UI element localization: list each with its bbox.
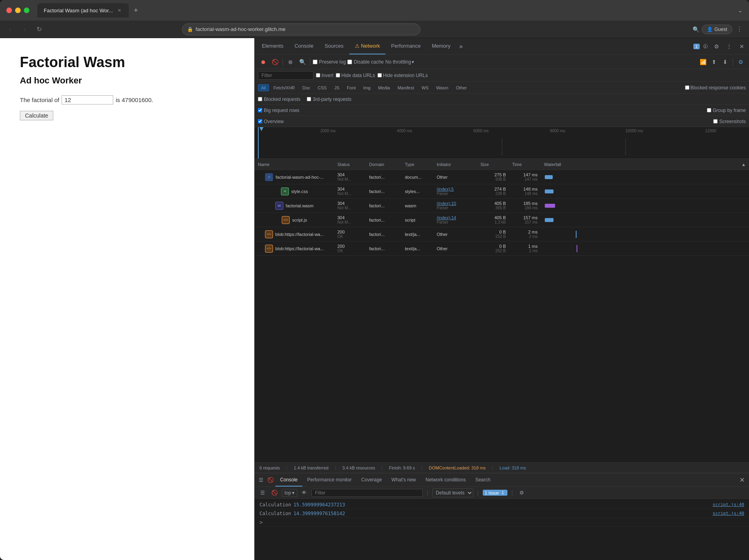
wifi-icon[interactable]: 📶 [698, 57, 708, 67]
tab-elements[interactable]: Elements [256, 38, 289, 54]
filter-input[interactable] [258, 71, 314, 80]
console-eye-icon[interactable]: 👁 [300, 488, 309, 498]
context-selector[interactable]: top ▾ [282, 489, 297, 497]
filter-ws[interactable]: WS [418, 84, 432, 91]
page-description: The factorial of is 479001600. [20, 95, 234, 104]
calculate-button[interactable]: Calculate [20, 111, 53, 120]
table-row[interactable]: </> blob:https://factorial-wa... 200 OK … [255, 241, 749, 256]
maximize-button[interactable] [24, 8, 29, 13]
zoom-icon[interactable]: 🔍 [693, 26, 699, 33]
column-initiator[interactable]: Initiator [434, 162, 477, 167]
tab-sources[interactable]: Sources [319, 38, 349, 54]
big-request-rows-option[interactable]: Big request rows [258, 108, 299, 113]
record-button[interactable]: ⏺ [258, 57, 268, 67]
column-size[interactable]: Size [477, 162, 509, 167]
download-icon[interactable]: ⬇ [720, 57, 730, 67]
filter-font[interactable]: Font [344, 84, 359, 91]
status-finish: Finish: 9.69 s [389, 465, 415, 470]
disable-cache-checkbox[interactable]: Disable cache [347, 59, 383, 65]
row-icon-script: </> [282, 216, 290, 224]
table-row[interactable]: </> blob:https://factorial-wa... 200 OK … [255, 227, 749, 241]
devtools-settings-button[interactable]: ⚙ [711, 41, 722, 52]
table-row[interactable]: ✦ style.css 304 Not M... factori... styl… [255, 184, 749, 199]
filter-fetch-xhr[interactable]: Fetch/XHR [270, 84, 298, 91]
search-button[interactable]: 🔍 [297, 57, 308, 67]
address-bar[interactable]: 🔒 factorial-wasm-ad-hoc-worker.glitch.me [182, 23, 420, 35]
browser-menu-button[interactable]: ⋮ [735, 24, 744, 35]
filter-media[interactable]: Media [375, 84, 393, 91]
minimize-button[interactable] [15, 8, 21, 13]
console-tab-whats-new[interactable]: What's new [387, 473, 421, 487]
tab-memory[interactable]: Memory [426, 38, 456, 54]
console-settings-button[interactable]: ⚙ [517, 488, 526, 498]
forward-button[interactable]: › [19, 24, 30, 35]
console-link-0[interactable]: script.js:40 [713, 502, 744, 507]
tab-console[interactable]: Console [289, 38, 319, 54]
tab-performance[interactable]: Performance [385, 38, 426, 54]
table-row[interactable]: W factorial.wasm 304 Not M... factori...… [255, 199, 749, 213]
settings-icon-blue[interactable]: ⚙ [735, 57, 746, 67]
devtools-options-button[interactable]: ⋮ [724, 41, 735, 52]
console-tab-performance[interactable]: Performance monitor [302, 473, 356, 487]
column-domain[interactable]: Domain [366, 162, 402, 167]
row-size-2: 405 B 365 B [477, 199, 509, 212]
column-type[interactable]: Type [402, 162, 434, 167]
tab-close-button[interactable]: ✕ [116, 7, 122, 14]
console-clear-button[interactable]: 🚫 [270, 488, 279, 498]
factorial-input[interactable] [62, 95, 113, 104]
console-level-select[interactable]: Default levels [432, 489, 473, 497]
console-filter-input[interactable] [312, 489, 423, 497]
blocked-response-checkbox[interactable]: Blocked response cookies [685, 85, 746, 91]
console-tab-search[interactable]: Search [470, 473, 495, 487]
overview-checkbox[interactable]: Overview [258, 119, 284, 124]
tab-list-chevron[interactable]: ⌄ [738, 7, 743, 14]
nav-right: 🔍 👤 Guest ⋮ [693, 24, 744, 35]
guest-button[interactable]: 👤 Guest [702, 25, 732, 34]
devtools-close-button[interactable]: ✕ [736, 41, 747, 52]
active-tab[interactable]: Factorial Wasm (ad hoc Wor... ✕ [37, 3, 129, 17]
column-time[interactable]: Time [509, 162, 541, 167]
filter-icon[interactable]: ⊗ [285, 57, 296, 67]
console-close-button[interactable]: ✕ [736, 475, 747, 486]
filter-other[interactable]: Other [453, 84, 470, 91]
group-by-frame-option[interactable]: Group by frame [707, 108, 746, 113]
back-button[interactable]: ‹ [5, 24, 16, 35]
third-party-option[interactable]: 3rd-party requests [307, 97, 351, 102]
upload-icon[interactable]: ⬆ [709, 57, 719, 67]
close-button[interactable] [6, 8, 12, 13]
filter-manifest[interactable]: Manifest [394, 84, 417, 91]
new-tab-button[interactable]: + [130, 5, 141, 16]
tab-network[interactable]: ⚠ Network [349, 38, 386, 54]
throttle-select[interactable]: No throttling ▾ [385, 59, 414, 65]
console-tab-network-conditions[interactable]: Network conditions [421, 473, 470, 487]
console-link-1[interactable]: script.js:40 [713, 511, 744, 516]
devtools-more-button[interactable]: » [456, 43, 466, 50]
console-no-icon[interactable]: 🚫 [266, 475, 275, 485]
blocked-requests-option[interactable]: Blocked requests [258, 97, 300, 102]
clear-button[interactable]: 🚫 [270, 57, 280, 67]
filter-wasm[interactable]: Wasm [433, 84, 452, 91]
screenshots-option[interactable]: Screenshots [713, 119, 746, 124]
preserve-log-checkbox[interactable]: Preserve log [313, 59, 346, 65]
filter-img[interactable]: Img [360, 84, 374, 91]
filter-js[interactable]: JS [331, 84, 343, 91]
filter-doc[interactable]: Doc [299, 84, 314, 91]
issues-count-badge[interactable]: 1 Issue 1 [483, 490, 507, 496]
column-name[interactable]: Name [255, 162, 334, 167]
reload-button[interactable]: ↻ [33, 24, 45, 35]
filter-css[interactable]: CSS [315, 84, 330, 91]
invert-checkbox[interactable]: Invert [316, 73, 333, 78]
hide-extension-urls-checkbox[interactable]: Hide extension URLs [377, 73, 428, 78]
console-tab-coverage[interactable]: Coverage [356, 473, 387, 487]
console-tab-console[interactable]: Console [275, 473, 302, 487]
console-drawer-toggle[interactable]: ☰ [256, 475, 266, 485]
column-status[interactable]: Status [334, 162, 366, 167]
console-prompt-line[interactable]: > [255, 518, 749, 527]
table-row[interactable]: </> script.js 304 Not M... factori... sc… [255, 213, 749, 227]
console-sidebar-icon[interactable]: ☰ [258, 488, 267, 498]
table-row[interactable]: ≡ factorial-wasm-ad-hoc-... 304 Not M...… [255, 170, 749, 184]
hide-data-urls-checkbox[interactable]: Hide data URLs [336, 73, 375, 78]
filter-all[interactable]: All [258, 84, 269, 91]
main-area: Factorial Wasm Ad hoc Worker The factori… [0, 38, 749, 560]
column-waterfall[interactable]: Waterfall ▲ [541, 162, 749, 167]
